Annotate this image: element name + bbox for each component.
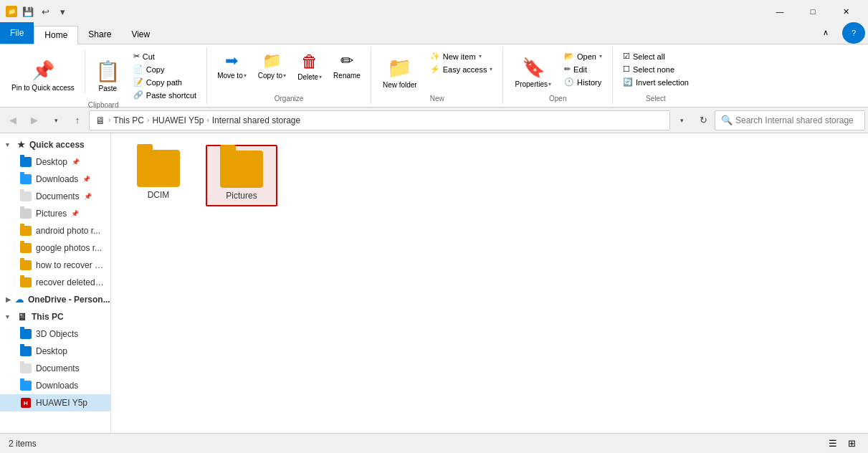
3d-objects-icon: [20, 328, 32, 340]
open-button[interactable]: 📂 Open ▾: [560, 50, 606, 62]
select-group-content: ☑ Select all ☐ Select none 🔄 Invert sele…: [619, 47, 693, 95]
sidebar-section-this-pc[interactable]: ▾ 🖥 This PC: [0, 308, 110, 325]
recover-deleted-icon: [20, 277, 32, 288]
sidebar-item-google-photos[interactable]: google photos r...: [0, 239, 110, 257]
search-input[interactable]: [735, 115, 859, 125]
refresh-button[interactable]: ↻: [693, 110, 713, 130]
android-photo-label: android photo r...: [36, 226, 100, 236]
sidebar-item-downloads-quick[interactable]: Downloads 📌: [0, 171, 110, 188]
sidebar-item-documents-pc[interactable]: Documents: [0, 360, 110, 377]
tab-view[interactable]: View: [121, 25, 160, 44]
close-button[interactable]: ✕: [829, 0, 862, 23]
breadcrumb-sep-1: ›: [108, 116, 110, 124]
onedrive-icon: ☁: [15, 295, 24, 305]
sidebar-item-desktop-pc[interactable]: Desktop: [0, 343, 110, 360]
huawei-y5p-label: HUAWEI Y5p: [36, 398, 87, 408]
android-photo-icon: [20, 225, 32, 237]
organize-group: ➡ Move to ▾ 📁 Copy to ▾ 🗑 Delete ▾: [207, 47, 371, 104]
move-to-button[interactable]: ➡ Move to ▾: [213, 50, 251, 81]
sidebar-item-android-photo[interactable]: android photo r...: [0, 222, 110, 239]
copy-to-button[interactable]: 📁 Copy to ▾: [254, 50, 290, 81]
app-icon: 📁: [6, 6, 17, 17]
select-label: Select: [646, 95, 666, 104]
file-item-pictures[interactable]: Pictures: [206, 145, 277, 206]
undo-qat-button[interactable]: ↩: [37, 4, 53, 19]
breadcrumb-pc-icon: 🖥: [95, 115, 105, 126]
breadcrumb-dropdown-button[interactable]: ▾: [672, 110, 692, 130]
rename-button[interactable]: ✏ Rename: [329, 50, 365, 81]
dcim-label: DCIM: [148, 190, 170, 200]
organize-group-content: ➡ Move to ▾ 📁 Copy to ▾ 🗑 Delete ▾: [213, 47, 365, 95]
3d-objects-label: 3D Objects: [36, 329, 78, 339]
copy-to-icon: 📁: [262, 52, 282, 70]
sidebar-scroll: ▾ ★ Quick access Desktop 📌 Downloads 📌 D…: [0, 133, 110, 433]
new-folder-button[interactable]: 📁 New folder: [377, 50, 423, 95]
file-grid: DCIM Pictures: [123, 145, 857, 206]
sidebar-section-quick-access[interactable]: ▾ ★ Quick access: [0, 136, 110, 153]
pin-indicator-4: 📌: [71, 210, 79, 217]
qat-dropdown-button[interactable]: ▾: [54, 4, 70, 19]
pin-indicator: 📌: [72, 158, 80, 166]
breadcrumb[interactable]: 🖥 › This PC › HUAWEI Y5p › Internal shar…: [89, 110, 670, 130]
breadcrumb-device[interactable]: HUAWEI Y5p: [152, 115, 204, 125]
invert-selection-button[interactable]: 🔄 Invert selection: [619, 76, 693, 88]
sidebar-item-3d-objects[interactable]: 3D Objects: [0, 325, 110, 343]
status-bar: 2 items ☰ ⊞: [0, 433, 868, 453]
cut-button[interactable]: ✂ Cut: [129, 50, 201, 62]
tab-file[interactable]: File: [0, 22, 34, 44]
history-button[interactable]: 🕐 History: [560, 76, 606, 88]
window-controls: — □ ✕: [763, 0, 862, 23]
save-qat-button[interactable]: 💾: [20, 4, 36, 19]
select-all-button[interactable]: ☑ Select all: [619, 50, 693, 62]
sidebar-item-documents-quick[interactable]: Documents 📌: [0, 188, 110, 205]
new-item-dropdown: ▾: [479, 53, 482, 59]
file-item-dcim[interactable]: DCIM: [123, 145, 194, 206]
sidebar-item-recover-deleted[interactable]: recover deleted p...: [0, 274, 110, 291]
history-icon: 🕐: [564, 77, 574, 87]
up-button[interactable]: ↑: [67, 110, 87, 130]
minimize-button[interactable]: —: [763, 0, 796, 23]
search-box[interactable]: 🔍: [715, 110, 865, 130]
tab-home[interactable]: Home: [34, 26, 78, 44]
maximize-button[interactable]: □: [796, 0, 829, 23]
pictures-label: Pictures: [226, 191, 257, 201]
paste-label: Paste: [99, 85, 118, 92]
new-item-button[interactable]: ✨ New item ▾: [426, 50, 497, 62]
tab-share[interactable]: Share: [78, 25, 121, 44]
paste-button[interactable]: 📋 Paste: [90, 50, 126, 101]
back-button[interactable]: ◀: [3, 110, 23, 130]
copy-button[interactable]: 📄 Copy: [129, 63, 201, 75]
onedrive-label: OneDrive - Person...: [28, 295, 110, 305]
paste-shortcut-button[interactable]: 🔗 Paste shortcut: [129, 89, 201, 101]
how-to-recover-label: how to recover e...: [36, 260, 105, 270]
ribbon-collapse-button[interactable]: ∧: [809, 21, 842, 44]
breadcrumb-current[interactable]: Internal shared storage: [212, 115, 300, 125]
pin-to-quick-access-button[interactable]: 📌 Pin to Quick access: [6, 50, 80, 101]
select-none-button[interactable]: ☐ Select none: [619, 63, 693, 75]
sidebar-item-desktop-quick[interactable]: Desktop 📌: [0, 153, 110, 171]
organize-label: Organize: [275, 95, 304, 104]
sidebar-item-huawei-y5p[interactable]: H HUAWEI Y5p: [0, 394, 110, 411]
recent-locations-button[interactable]: ▾: [46, 110, 66, 130]
pictures-quick-icon: [20, 208, 32, 219]
delete-button[interactable]: 🗑 Delete ▾: [293, 50, 326, 82]
this-pc-label: This PC: [32, 312, 64, 322]
copy-path-button[interactable]: 📝 Copy path: [129, 76, 201, 88]
easy-access-button[interactable]: ⚡ Easy access ▾: [426, 63, 497, 75]
dcim-folder-icon: [137, 150, 180, 187]
edit-button[interactable]: ✏ Edit: [560, 63, 606, 75]
breadcrumb-this-pc[interactable]: This PC: [113, 115, 144, 125]
help-button[interactable]: ?: [842, 22, 865, 44]
sidebar-item-downloads-pc[interactable]: Downloads: [0, 377, 110, 394]
sidebar-item-pictures-quick[interactable]: Pictures 📌: [0, 205, 110, 222]
pictures-folder-icon: [220, 151, 263, 188]
sidebar-section-onedrive[interactable]: ▶ ☁ OneDrive - Person...: [0, 291, 110, 308]
pin-icon: 📌: [32, 59, 54, 82]
documents-pc-icon: [20, 363, 32, 374]
forward-button[interactable]: ▶: [24, 110, 44, 130]
sidebar-item-how-to-recover[interactable]: how to recover e...: [0, 257, 110, 274]
view-large-icons-button[interactable]: ⊞: [844, 436, 859, 452]
properties-dropdown: ▾: [548, 81, 551, 87]
properties-button[interactable]: 🔖 Properties ▾: [509, 50, 557, 95]
view-details-button[interactable]: ☰: [825, 436, 841, 452]
